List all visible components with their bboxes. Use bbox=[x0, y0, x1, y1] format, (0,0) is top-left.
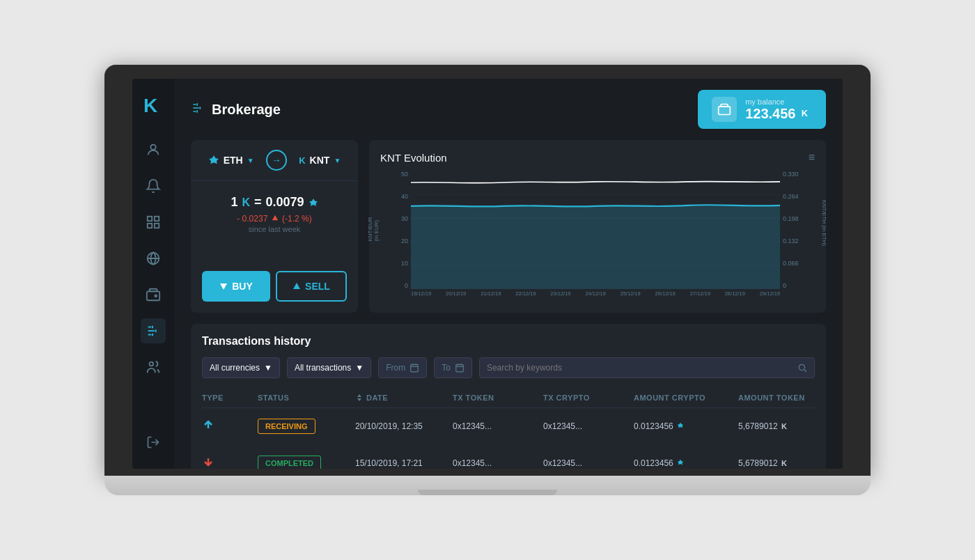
balance-label: my balance bbox=[745, 98, 812, 106]
rate-value: 1 K = 0.0079 bbox=[202, 195, 347, 210]
to-date-input[interactable]: To bbox=[434, 357, 472, 378]
filter-bar: All currencies ▼ All transactions ▼ From bbox=[202, 357, 815, 378]
balance-icon bbox=[712, 97, 737, 122]
balance-info: my balance 123.456 K bbox=[745, 98, 812, 122]
svg-rect-23 bbox=[719, 107, 731, 115]
to-chevron-icon: ▼ bbox=[334, 157, 341, 164]
svg-text:K: K bbox=[802, 107, 809, 118]
trade-rate: 1 K = 0.0079 - 0.0237 bbox=[191, 181, 358, 239]
svg-rect-7 bbox=[147, 291, 159, 300]
to-currency-select[interactable]: K KNT ▼ bbox=[299, 155, 341, 166]
trade-pair: ETH ▼ → K KNT ▼ bbox=[191, 140, 358, 181]
row2-tx-token: 0x12345... bbox=[453, 458, 543, 468]
search-input[interactable] bbox=[487, 363, 792, 373]
svg-rect-36 bbox=[411, 364, 419, 372]
svg-rect-5 bbox=[155, 224, 159, 228]
row1-amount-token: 5,6789012 K bbox=[738, 421, 843, 431]
type-filter[interactable]: All transactions ▼ bbox=[287, 357, 371, 378]
laptop-base bbox=[104, 476, 871, 495]
row2-tx-crypto: 0x12345... bbox=[543, 458, 634, 468]
screen-bezel: K bbox=[104, 65, 871, 476]
buy-button[interactable]: BUY bbox=[202, 271, 270, 302]
table-header: TYPE STATUS DATE Tx TOKEN Tx CRYPTO bbox=[202, 388, 815, 408]
currency-chevron-icon: ▼ bbox=[264, 363, 272, 373]
from-currency-select[interactable]: ETH ▼ bbox=[208, 155, 254, 166]
table-row: COMPLETED 15/10/2019, 17:21 0x12345... 0… bbox=[202, 445, 815, 469]
col-date[interactable]: DATE bbox=[355, 394, 453, 402]
svg-rect-4 bbox=[148, 224, 152, 228]
col-status: STATUS bbox=[258, 394, 355, 402]
chart-y-right-title: KNT/ETH (in ETH) bbox=[820, 200, 827, 246]
chart-menu-icon[interactable]: ≡ bbox=[809, 151, 815, 164]
svg-marker-51 bbox=[678, 459, 683, 465]
svg-point-8 bbox=[155, 295, 157, 297]
svg-marker-27 bbox=[272, 215, 278, 221]
col-amount-token: AMOUNT TOKEN bbox=[738, 394, 843, 402]
search-icon bbox=[797, 363, 807, 373]
sidebar-item-brokerage[interactable] bbox=[141, 318, 166, 343]
sidebar-item-wallet[interactable] bbox=[141, 282, 166, 307]
chart-svg-container: 19/12/19 20/12/19 21/12/19 22/12/19 23/1… bbox=[411, 171, 780, 302]
status-badge-receiving: RECEIVING bbox=[258, 419, 315, 434]
sidebar-logout[interactable] bbox=[141, 430, 166, 455]
sort-icon bbox=[355, 394, 364, 402]
sidebar-item-globe[interactable] bbox=[141, 246, 166, 271]
brokerage-icon bbox=[191, 101, 205, 118]
svg-text:K: K bbox=[143, 95, 157, 116]
chart-y-left-title: KNT/EUR(in EUR) bbox=[367, 217, 380, 242]
row2-amount-token: 5,6789012 K bbox=[738, 458, 843, 468]
rate-period: since last week bbox=[202, 225, 347, 233]
row2-type bbox=[202, 456, 258, 469]
sidebar-item-users[interactable] bbox=[141, 355, 166, 380]
svg-point-15 bbox=[150, 362, 154, 366]
row2-amount-crypto: 0.0123456 bbox=[634, 458, 738, 468]
header: Brokerage my balance 123.456 bbox=[174, 79, 843, 140]
col-tx-token: Tx TOKEN bbox=[453, 394, 543, 402]
from-chevron-icon: ▼ bbox=[247, 157, 254, 164]
balance-card[interactable]: my balance 123.456 K bbox=[698, 90, 826, 129]
sidebar-item-profile[interactable] bbox=[141, 137, 166, 162]
section-title: Transactions history bbox=[202, 335, 815, 348]
sidebar-item-notifications[interactable] bbox=[141, 173, 166, 199]
col-type: TYPE bbox=[202, 394, 258, 402]
svg-marker-49 bbox=[678, 422, 683, 428]
chart-svg bbox=[411, 171, 780, 289]
rate-change: - 0.0237 (-1.2 %) bbox=[202, 214, 347, 224]
sidebar-item-dashboard[interactable] bbox=[141, 210, 166, 235]
svg-rect-2 bbox=[148, 217, 152, 221]
trade-panel: ETH ▼ → K KNT ▼ bbox=[191, 140, 358, 313]
sell-button[interactable]: SELL bbox=[276, 271, 347, 302]
transactions-section: Transactions history All currencies ▼ Al… bbox=[191, 324, 826, 469]
from-date-input[interactable]: From bbox=[378, 357, 427, 378]
row1-tx-token: 0x12345... bbox=[453, 421, 543, 431]
currency-filter[interactable]: All currencies ▼ bbox=[202, 357, 280, 378]
transactions-table: TYPE STATUS DATE Tx TOKEN Tx CRYPTO bbox=[202, 388, 815, 469]
main-content: Brokerage my balance 123.456 bbox=[174, 79, 843, 469]
type-up-icon bbox=[202, 419, 214, 431]
row1-status: RECEIVING bbox=[258, 419, 355, 434]
logo[interactable]: K bbox=[141, 93, 166, 118]
svg-marker-47 bbox=[357, 398, 361, 401]
eth-icon-row2 bbox=[677, 459, 684, 466]
search-wrap bbox=[479, 357, 815, 378]
chart-x-labels: 19/12/19 20/12/19 21/12/19 22/12/19 23/1… bbox=[411, 289, 780, 297]
row2-date: 15/10/2019, 17:21 bbox=[355, 458, 453, 468]
calendar-to-icon bbox=[455, 363, 465, 373]
trade-buttons: BUY SELL bbox=[191, 260, 358, 313]
svg-marker-46 bbox=[357, 394, 361, 397]
calendar-from-icon bbox=[410, 363, 419, 373]
type-down-icon bbox=[202, 456, 214, 468]
swap-icon[interactable]: → bbox=[266, 150, 287, 171]
col-tx-crypto: Tx CRYPTO bbox=[543, 394, 634, 402]
svg-marker-28 bbox=[220, 283, 227, 290]
row1-type bbox=[202, 419, 258, 433]
svg-marker-29 bbox=[293, 283, 300, 289]
top-panels: ETH ▼ → K KNT ▼ bbox=[191, 140, 826, 313]
svg-marker-26 bbox=[309, 199, 318, 206]
chart-title: KNT Evolution bbox=[380, 152, 447, 164]
status-badge-completed: COMPLETED bbox=[258, 456, 321, 469]
chart-y-right: 0.330 0.264 0.198 0.132 0.066 0 KNT/ETH … bbox=[780, 171, 815, 302]
sidebar: K bbox=[132, 79, 174, 469]
svg-rect-3 bbox=[155, 217, 159, 221]
page-title: Brokerage bbox=[212, 102, 281, 118]
